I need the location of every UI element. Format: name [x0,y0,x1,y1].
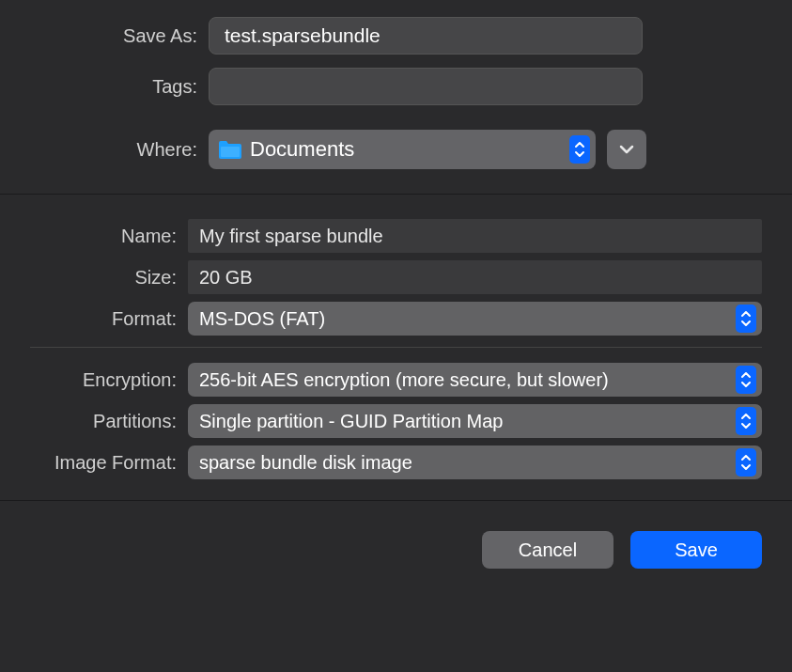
encryption-value: 256-bit AES encryption (more secure, but… [199,369,736,391]
name-label: Name: [30,226,188,247]
cancel-button[interactable]: Cancel [482,531,613,569]
options-panel: Name: Size: Format: MS-DOS (FAT) Encrypt… [0,194,792,500]
image-format-value: sparse bundle disk image [199,452,736,474]
updown-icon [736,366,756,394]
folder-icon [218,139,242,160]
updown-icon [736,407,756,435]
format-value: MS-DOS (FAT) [199,308,736,330]
svg-rect-0 [221,147,240,157]
size-input[interactable] [188,260,762,294]
updown-icon [569,135,590,164]
format-label: Format: [30,308,188,330]
where-label: Where: [30,139,209,161]
encryption-label: Encryption: [30,369,188,391]
encryption-select[interactable]: 256-bit AES encryption (more secure, but… [188,363,762,397]
image-format-select[interactable]: sparse bundle disk image [188,445,762,479]
tags-input[interactable] [209,68,643,105]
save-as-input[interactable] [209,17,643,55]
size-label: Size: [30,267,188,289]
save-panel-top: Save As: Tags: Where: Documents [0,0,792,194]
format-select[interactable]: MS-DOS (FAT) [188,302,762,336]
updown-icon [736,305,756,333]
where-select[interactable]: Documents [209,130,596,169]
save-as-label: Save As: [30,25,209,47]
updown-icon [736,448,756,477]
divider [30,347,762,348]
where-value: Documents [250,137,569,162]
button-panel: Cancel Save [0,500,792,569]
partitions-select[interactable]: Single partition - GUID Partition Map [188,404,762,438]
partitions-value: Single partition - GUID Partition Map [199,411,736,432]
chevron-down-icon [619,145,634,154]
tags-label: Tags: [30,76,209,98]
expand-button[interactable] [607,130,646,169]
image-format-label: Image Format: [30,452,188,474]
save-button[interactable]: Save [630,531,762,569]
name-input[interactable] [188,219,762,253]
partitions-label: Partitions: [30,411,188,432]
